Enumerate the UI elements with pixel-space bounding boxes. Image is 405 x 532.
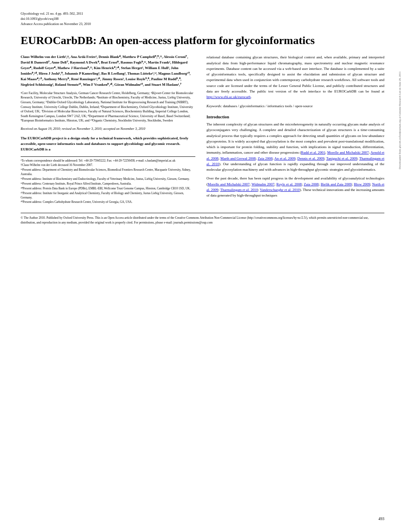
eurocarb-link[interactable]: http://www.ebi.ac.uk/eurocarb xyxy=(206,95,251,99)
footnote-4: ¹²Present address: Institute of Biochemi… xyxy=(21,177,195,181)
doi-line: doi:10.1093/glycob/cwq188 xyxy=(21,16,384,21)
access-line: Advance Access publication on November 2… xyxy=(21,21,384,27)
ref-dennis-2009[interactable]: Dennis et al. 2009 xyxy=(297,156,324,160)
footnotes-block: ¹To whom correspondence should be addres… xyxy=(21,156,195,205)
header-meta: Glycobiology vol. 21 no. 4 pp. 493–502, … xyxy=(21,11,384,26)
received-line: Received on August 19, 2010; revised on … xyxy=(21,126,195,131)
keywords-text: Keywords: databases / glycoinformatics /… xyxy=(206,104,384,109)
ref-tharmalingam-2010b[interactable]: Tharmalingam et al. 2010 xyxy=(220,188,258,192)
abstract-right-text: relational database containing glycan st… xyxy=(206,54,384,100)
intro-paragraph-2: Over the past decade, there has been rap… xyxy=(206,175,384,198)
footnote-8: ¹⁶Present address: Complex Carbohydrate … xyxy=(21,200,195,204)
authors-block: Claus-Wilhelm von der Lieth²,†, Ana Ardá… xyxy=(21,54,195,88)
abstract-bold-text: The EUROCarbDB project is a design study… xyxy=(21,135,195,152)
authors-text: Claus-Wilhelm von der Lieth²,†, Ana Ardá… xyxy=(21,54,195,88)
intro-paragraph-1: The inherent complexity of glycan struct… xyxy=(206,121,384,172)
intro-p1-text: The inherent complexity of glycan struct… xyxy=(206,121,384,172)
ref-vanderschaeghe-2010[interactable]: Vanderschaeghe et al. 2010 xyxy=(260,188,300,192)
intro-p2-text: Over the past decade, there has been rap… xyxy=(206,175,384,198)
main-title: EUROCarbDB: An open-access platform for … xyxy=(21,33,384,47)
footnote-6: ¹⁴Present address: Protein Data Bank in … xyxy=(21,187,195,191)
ref-bielik-2009[interactable]: Bielik and Zaia 2009 xyxy=(321,182,352,186)
abstract-bold-block: The EUROCarbDB project is a design study… xyxy=(21,135,195,152)
footer-bar: © The Author 2010. Published by Oxford U… xyxy=(21,213,384,225)
intro-section-title: Introduction xyxy=(206,115,384,119)
ref-blow-2009[interactable]: Blow 2009 xyxy=(354,182,370,186)
ref-an-2009[interactable]: An et al. 2009 xyxy=(274,156,295,160)
ref-morelle-2007b[interactable]: Morelle and Michalski 2007 xyxy=(208,182,249,186)
footnote-3: ¹¹Present address: Department of Chemist… xyxy=(21,168,195,177)
side-watermark: Downloaded from glycob.oxfordjournals.or… xyxy=(398,71,402,169)
ref-rudd-2001[interactable]: Rudd et al. 2001 xyxy=(301,150,325,154)
ref-royle-2008[interactable]: Royle et al. 2008 xyxy=(276,182,302,186)
ref-widmalm-2007[interactable]: Widmalm 2007 xyxy=(251,182,274,186)
page: Glycobiology vol. 21 no. 4 pp. 493–502, … xyxy=(0,0,405,532)
abstract-right-block: relational database containing glycan st… xyxy=(206,54,384,100)
ref-zaia-2008b[interactable]: Zaia 2008 xyxy=(304,182,318,186)
ref-zaia-2008[interactable]: Zaia 2008 xyxy=(258,156,272,160)
two-column-layout: Claus-Wilhelm von der Lieth²,†, Ana Ardá… xyxy=(21,54,384,205)
footnote-5: ¹³Present address: Centenary Institute, … xyxy=(21,182,195,186)
affiliations-text: ²Core Facility, Molecular Structure Anal… xyxy=(21,91,195,123)
footer-copyright-text: © The Author 2010. Published by Oxford U… xyxy=(21,216,384,225)
ref-morelle-2007[interactable]: Morelle and Michalski 2007 xyxy=(327,150,369,154)
footnote-7: ¹⁵Present address: Institute for Inorgan… xyxy=(21,191,195,200)
keywords-label: Keywords: xyxy=(206,104,222,108)
affiliations-block: ²Core Facility, Molecular Structure Anal… xyxy=(21,91,195,123)
ref-marth-2008[interactable]: Marth and Grewal 2008 xyxy=(220,156,256,160)
page-number: 493 xyxy=(378,517,384,521)
ref-taniguchi-2009[interactable]: Taniguchi et al. 2009 xyxy=(326,156,357,160)
keywords-block: Keywords: databases / glycoinformatics /… xyxy=(206,104,384,109)
footnote-1: ¹To whom correspondence should be addres… xyxy=(21,159,195,163)
right-column: relational database containing glycan st… xyxy=(206,54,384,205)
title-block: EUROCarbDB: An open-access platform for … xyxy=(21,33,384,47)
footnote-2: †Claus-Wilhelm von der Lieth deceased 16… xyxy=(21,163,195,168)
left-column: Claus-Wilhelm von der Lieth²,†, Ana Ardá… xyxy=(21,54,195,205)
received-text: Received on August 19, 2010; revised on … xyxy=(21,126,195,131)
journal-line: Glycobiology vol. 21 no. 4 pp. 493–502, … xyxy=(21,11,384,16)
